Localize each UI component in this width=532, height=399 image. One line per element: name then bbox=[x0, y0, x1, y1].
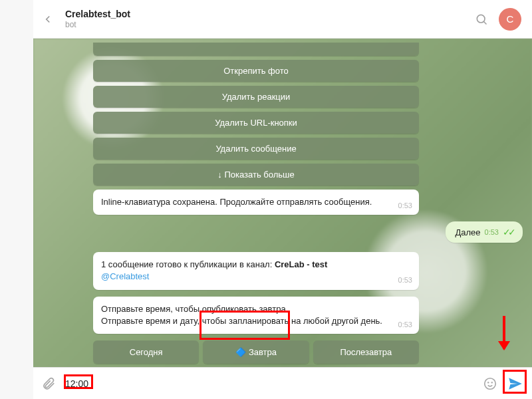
kb-button-label: Сегодня bbox=[130, 347, 163, 357]
message-time: 0:53 bbox=[485, 228, 499, 236]
bot-message: 1 сообщение готово к публикации в канал:… bbox=[93, 252, 419, 289]
menu-button-label: Открепить фото bbox=[223, 66, 289, 76]
bot-message: Отправьте время, чтобы опубликовать завт… bbox=[93, 297, 419, 334]
back-button[interactable] bbox=[39, 10, 57, 29]
attach-button[interactable] bbox=[40, 375, 57, 392]
message-text: Отправьте время и дату, чтобы запланиров… bbox=[101, 316, 382, 326]
chat-title-block[interactable]: Crelabtest_bot bot bbox=[65, 9, 464, 29]
bot-message: Inline-клавиатура сохранена. Продолжайте… bbox=[93, 190, 419, 215]
messages-column: Открепить фото Удалить реакции Удалить U… bbox=[93, 39, 419, 367]
message-time: 0:53 bbox=[398, 275, 412, 285]
kb-today-button[interactable]: Сегодня bbox=[93, 340, 199, 364]
svg-line-1 bbox=[484, 21, 487, 24]
menu-button[interactable] bbox=[93, 43, 419, 56]
kb-button-label: Послезавтра bbox=[340, 347, 392, 357]
keyboard-row: Сегодня 🔷 Завтра Послезавтра bbox=[93, 340, 419, 364]
svg-point-4 bbox=[491, 382, 492, 382]
read-checks-icon: ✓✓ bbox=[503, 227, 513, 237]
chat-title: Crelabtest_bot bbox=[65, 9, 464, 20]
out-message-row: Далее 0:53 ✓✓ bbox=[93, 221, 419, 252]
svg-point-0 bbox=[477, 15, 485, 23]
kb-button-label: Завтра bbox=[249, 347, 277, 357]
menu-button[interactable]: Удалить URL-кнопки bbox=[93, 112, 419, 134]
diamond-icon: 🔷 bbox=[235, 347, 246, 357]
menu-button[interactable]: Открепить фото bbox=[93, 60, 419, 82]
menu-button-label: ↓ Показать больше bbox=[217, 170, 294, 180]
kb-dayafter-button[interactable]: Послезавтра bbox=[313, 340, 419, 364]
emoji-button[interactable] bbox=[481, 375, 499, 392]
message-text: Далее bbox=[455, 227, 480, 237]
red-arrow-icon bbox=[503, 316, 505, 349]
send-button[interactable] bbox=[505, 374, 525, 394]
menu-button[interactable]: ↓ Показать больше bbox=[93, 164, 419, 186]
message-text: Inline-клавиатура сохранена. Продолжайте… bbox=[101, 197, 372, 207]
svg-point-3 bbox=[488, 382, 489, 382]
chat-avatar[interactable]: C bbox=[499, 8, 521, 31]
channel-link[interactable]: @Crelabtest bbox=[101, 271, 149, 281]
avatar-letter: C bbox=[507, 13, 514, 25]
message-text: 1 сообщение готово к публикации в канал: bbox=[101, 259, 275, 269]
svg-point-2 bbox=[485, 378, 496, 389]
menu-button-label: Удалить URL-кнопки bbox=[215, 118, 297, 128]
kb-tomorrow-button[interactable]: 🔷 Завтра bbox=[203, 340, 309, 364]
chat-list-edge bbox=[0, 0, 33, 399]
menu-button-label: Удалить сообщение bbox=[215, 144, 296, 154]
menu-button[interactable]: Удалить сообщение bbox=[93, 138, 419, 160]
message-time: 0:53 bbox=[398, 320, 412, 330]
menu-button-label: Удалить реакции bbox=[222, 92, 291, 102]
message-time: 0:53 bbox=[398, 201, 412, 211]
message-text: Отправьте время, чтобы опубликовать завт… bbox=[101, 304, 288, 314]
chat-subtitle: bot bbox=[65, 20, 464, 29]
search-button[interactable] bbox=[472, 10, 491, 29]
message-channel-name: CreLab - test bbox=[275, 259, 327, 269]
chat-header: Crelabtest_bot bot C bbox=[33, 0, 532, 39]
message-input-bar bbox=[33, 367, 532, 399]
message-input[interactable] bbox=[64, 374, 475, 393]
chat-area: Открепить фото Удалить реакции Удалить U… bbox=[33, 39, 532, 367]
user-message: Далее 0:53 ✓✓ bbox=[446, 221, 523, 243]
menu-button[interactable]: Удалить реакции bbox=[93, 86, 419, 108]
